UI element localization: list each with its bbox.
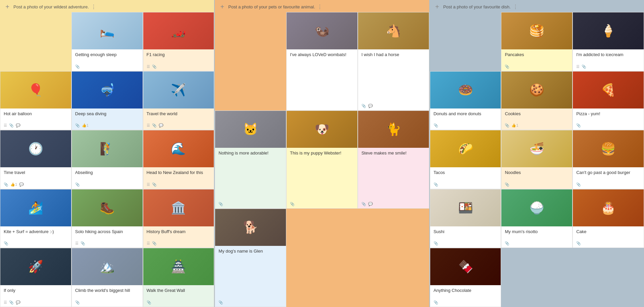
meta-icon[interactable]: 📎 — [152, 64, 157, 69]
card-meta: 📎 — [147, 300, 211, 305]
meta-icon[interactable]: 📎 — [4, 241, 8, 246]
card[interactable]: 🏔️Climb the world's biggest hill📎 — [71, 248, 143, 307]
card-meta: ☰📎 — [75, 241, 139, 246]
card[interactable]: 🐱Nothing is more adorable!📎 — [215, 111, 286, 209]
meta-icon[interactable]: 💬 — [16, 300, 20, 305]
card[interactable]: 🏄Kite + Surf = adventure :-)📎 — [0, 189, 71, 248]
card[interactable] — [286, 209, 358, 307]
card[interactable]: 🐈Steve makes me smile!📎💬 — [358, 111, 429, 209]
meta-icon[interactable]: 💬 — [159, 123, 163, 128]
card[interactable]: 🐴I wish I had a horse📎💬 — [358, 12, 429, 111]
meta-icon[interactable]: 👍1 — [82, 123, 89, 128]
card[interactable]: 🏯Walk the Great Wall📎 — [143, 248, 214, 307]
meta-icon[interactable]: ☰ — [147, 241, 150, 246]
meta-icon[interactable]: 💬 — [19, 182, 24, 187]
meta-icon[interactable]: 📎 — [361, 202, 366, 206]
card-body: Kite + Surf = adventure :-)📎 — [0, 226, 71, 248]
card[interactable] — [501, 248, 573, 307]
meta-icon[interactable]: 📎 — [147, 300, 151, 305]
meta-icon[interactable]: 📎 — [4, 182, 8, 187]
column-options-button[interactable]: ⋮ — [317, 4, 323, 10]
column-options-button[interactable]: ⋮ — [513, 4, 518, 10]
meta-icon[interactable]: 📎 — [434, 123, 438, 128]
meta-icon[interactable]: 📎 — [152, 241, 157, 246]
card[interactable]: ✈️Travel the world☰📎💬 — [143, 71, 214, 130]
card[interactable]: 🍜Noodles📎 — [501, 130, 573, 189]
card[interactable] — [430, 12, 501, 71]
meta-icon[interactable]: 📎 — [152, 182, 157, 187]
meta-icon[interactable]: ☰ — [147, 64, 150, 69]
card[interactable] — [0, 12, 71, 71]
meta-icon[interactable]: 📎 — [75, 64, 80, 69]
card[interactable] — [573, 248, 644, 307]
card[interactable]: 🎈Hot air balloon☰📎💬 — [0, 71, 71, 130]
column-options-button[interactable]: ⋮ — [91, 4, 96, 10]
card[interactable]: 🏛️History Buff's dream☰📎 — [143, 189, 214, 248]
card[interactable]: 🐶This is my puppy Webster!📎 — [286, 111, 358, 209]
card[interactable]: 🥾Solo hiking across Spain☰📎 — [71, 189, 143, 248]
meta-icon[interactable]: 📎 — [75, 300, 80, 305]
meta-icon[interactable]: 📎 — [576, 182, 581, 187]
meta-icon[interactable]: 📎 — [290, 202, 295, 206]
meta-icon[interactable]: 📎 — [582, 64, 586, 69]
meta-icon[interactable]: 📎 — [9, 300, 14, 305]
card[interactable]: 🥞Pancakes📎 — [501, 12, 573, 71]
card[interactable]: 🍕Pizza - yum!📎 — [573, 71, 644, 130]
meta-icon[interactable]: 📎 — [576, 123, 581, 128]
card[interactable]: 🍩Donuts and more donuts📎 — [430, 71, 501, 130]
meta-icon[interactable]: 👍1 — [10, 182, 17, 187]
meta-icon[interactable]: 📎 — [505, 241, 509, 246]
card[interactable]: 🤿Deep sea diving📎👍1 — [71, 71, 143, 130]
card-title: If only — [4, 288, 68, 299]
meta-icon[interactable]: ☰ — [576, 64, 580, 69]
meta-icon[interactable]: 💬 — [16, 123, 20, 128]
meta-icon[interactable]: 📎 — [434, 182, 438, 187]
column-add-button[interactable]: + — [433, 3, 441, 11]
meta-icon[interactable]: 📎 — [505, 182, 509, 187]
card[interactable]: 🍔Can't go past a good burger📎 — [573, 130, 644, 189]
meta-icon[interactable]: 📎 — [75, 182, 80, 187]
meta-icon[interactable]: 📎 — [434, 241, 438, 246]
meta-icon[interactable]: 📎 — [152, 123, 157, 128]
meta-icon[interactable]: ☰ — [75, 241, 79, 246]
meta-icon[interactable]: 📎 — [576, 241, 581, 246]
meta-icon[interactable]: 📎 — [218, 202, 223, 206]
card[interactable]: 🍪Cookies📎👍1 — [501, 71, 573, 130]
card[interactable]: 🕐Time travel📎👍1💬 — [0, 130, 71, 189]
card[interactable]: 🧗Abseiling📎 — [71, 130, 143, 189]
meta-icon[interactable]: 👍1 — [511, 123, 518, 128]
card[interactable]: 🍫Anything Chocolate📎 — [430, 248, 501, 307]
card[interactable]: 🐕My dog's name is Glen📎 — [215, 209, 286, 307]
card[interactable]: 🍚My mum's risotto📎 — [501, 189, 573, 248]
meta-icon[interactable]: ☰ — [4, 300, 7, 305]
column-add-button[interactable]: + — [218, 3, 226, 11]
meta-icon[interactable]: 📎 — [75, 123, 80, 128]
meta-icon[interactable]: 📎 — [434, 300, 438, 305]
meta-icon[interactable]: ☰ — [4, 123, 7, 128]
card[interactable]: 🌊Head to New Zealand for this☰📎 — [143, 130, 214, 189]
meta-icon[interactable]: 📎 — [9, 123, 14, 128]
card-body: My mum's risotto📎 — [501, 226, 572, 248]
card-title: Getting enough sleep — [75, 52, 139, 63]
meta-icon[interactable]: 📎 — [81, 241, 85, 246]
card[interactable] — [358, 209, 429, 307]
card[interactable]: 🍱Sushi📎 — [430, 189, 501, 248]
card[interactable]: 🌮Tacos📎 — [430, 130, 501, 189]
meta-icon[interactable]: 📎 — [505, 123, 509, 128]
column-add-button[interactable]: + — [3, 3, 11, 11]
card[interactable]: 🚀If only☰📎💬 — [0, 248, 71, 307]
meta-icon[interactable]: 💬 — [368, 104, 373, 108]
card[interactable]: 🎂Cake📎 — [573, 189, 644, 248]
card[interactable]: 🦦I've always LOVeD wombats! — [286, 12, 358, 111]
card[interactable]: 🏎️F1 racing☰📎 — [143, 12, 214, 71]
meta-icon[interactable]: ☰ — [147, 182, 150, 187]
card-body: Travel the world☰📎💬 — [143, 108, 214, 130]
meta-icon[interactable]: ☰ — [147, 123, 150, 128]
meta-icon[interactable]: 📎 — [361, 104, 366, 108]
meta-icon[interactable]: 📎 — [505, 64, 509, 69]
meta-icon[interactable]: 💬 — [368, 202, 373, 206]
card[interactable] — [215, 12, 286, 111]
card[interactable]: 🍦I'm addicted to icecream☰📎 — [573, 12, 644, 71]
meta-icon[interactable]: 📎 — [218, 300, 223, 305]
card[interactable]: 🛌Getting enough sleep📎 — [71, 12, 143, 71]
